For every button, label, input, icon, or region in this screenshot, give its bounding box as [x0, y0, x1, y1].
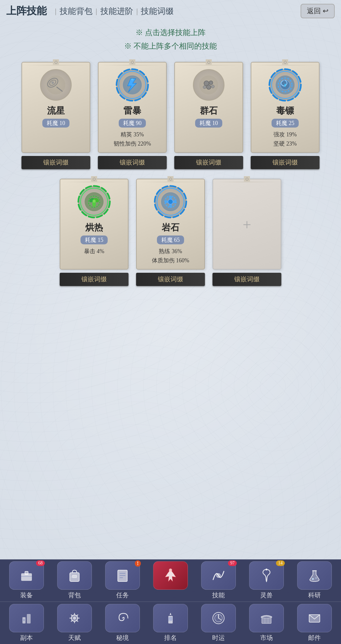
nav-label-backpack: 背包: [68, 591, 81, 599]
nav-icon-beast: 14: [249, 561, 284, 590]
skill-name-meteor: 流星: [47, 105, 65, 117]
nav-title: 上阵技能: [6, 4, 47, 18]
skill-name-rock: 岩石: [162, 222, 179, 234]
nav-icon-equipment: 68: [9, 561, 44, 590]
nav-icon-skill: 97: [201, 561, 236, 590]
nav-item-mail[interactable]: 邮件: [294, 604, 335, 642]
nav-label-secret: 秘境: [116, 634, 129, 642]
nav-item-character[interactable]: [150, 561, 191, 599]
nav-label-fortune: 时运: [212, 634, 225, 642]
skill-icon-dart: [268, 68, 302, 102]
skill-row-1: 流星 耗魔 10 雷暴 耗魔 90: [9, 62, 332, 153]
nav-icon-market: [249, 604, 284, 632]
nav-label-skill: 技能: [212, 591, 225, 599]
skill-stats-dart: 强攻 19% 坚硬 23%: [273, 130, 297, 148]
svg-point-56: [73, 617, 76, 620]
svg-point-11: [206, 85, 211, 89]
nav-label-mail: 邮件: [308, 634, 321, 642]
nav-item-talent[interactable]: 天赋: [54, 604, 95, 642]
nav-icon-talent: [57, 604, 92, 632]
svg-point-15: [272, 71, 299, 98]
skill-name-dart: 毒镖: [276, 105, 294, 117]
nav-exclaim-quest: !: [135, 560, 141, 567]
embed-row-1: 镶嵌词缀 镶嵌词缀 镶嵌词缀 镶嵌词缀: [9, 156, 332, 169]
instruction-2: 不能上阵多个相同的技能: [0, 39, 341, 53]
skill-name-heat: 烘热: [85, 222, 103, 234]
skill-stats-thunder: 精英 35% 韧性加伤 220%: [114, 130, 151, 148]
nav-item-research[interactable]: 科研: [294, 561, 335, 599]
embed-btn-5[interactable]: 镶嵌词缀: [60, 273, 129, 286]
nav-item-dungeon[interactable]: 副本: [6, 604, 47, 642]
nav-icon-character: [153, 561, 188, 590]
embed-btn-1[interactable]: 镶嵌词缀: [21, 156, 90, 169]
tab-skill-affix[interactable]: 技能词缀: [141, 6, 174, 17]
skill-name-stones: 群石: [200, 105, 218, 117]
embed-btn-6[interactable]: 镶嵌词缀: [136, 273, 205, 286]
svg-point-19: [78, 186, 110, 218]
skill-card-thunder[interactable]: 雷暴 耗魔 90 精英 35% 韧性加伤 220%: [98, 62, 167, 153]
svg-point-20: [81, 188, 108, 215]
nav-icon-secret: [105, 604, 140, 632]
skill-cost-thunder: 耗魔 90: [119, 119, 146, 128]
nav-item-rank[interactable]: 排 排名: [150, 604, 191, 642]
skill-cost-dart: 耗魔 25: [272, 119, 299, 128]
skill-icon-rock: [153, 184, 188, 219]
svg-point-47: [217, 574, 220, 577]
nav-icon-fortune: [201, 604, 236, 632]
nav-item-skill[interactable]: 97 技能: [198, 561, 239, 599]
skill-stats-rock: 熟练 36% 体质加伤 160%: [152, 247, 189, 265]
nav-icon-dungeon: [9, 604, 44, 632]
svg-point-6: [119, 71, 146, 98]
nav-item-beast[interactable]: 14 灵兽: [246, 561, 287, 599]
nav-label-rank: 排名: [164, 634, 177, 642]
skill-icon-stones: [191, 68, 226, 102]
nav-label-talent: 天赋: [68, 634, 81, 642]
nav-item-backpack[interactable]: 背包: [54, 561, 95, 599]
svg-point-5: [117, 69, 148, 101]
nav-icon-mail: [297, 604, 332, 632]
nav-item-quest[interactable]: ! 任务: [102, 561, 143, 599]
svg-rect-53: [27, 614, 31, 623]
svg-point-10: [209, 81, 213, 85]
nav-label-character: [167, 591, 174, 599]
svg-point-28: [157, 188, 184, 215]
embed-btn-4[interactable]: 镶嵌词缀: [251, 156, 320, 169]
embed-btn-7[interactable]: 镶嵌词缀: [212, 273, 281, 286]
nav-badge-beast: 14: [276, 560, 285, 566]
svg-point-54: [23, 619, 25, 621]
nav-item-secret[interactable]: 秘境: [102, 604, 143, 642]
embed-row-2: 镶嵌词缀 镶嵌词缀 镶嵌词缀: [9, 273, 332, 286]
top-nav: 上阵技能 | 技能背包 | 技能进阶 | 技能词缀 返回 ↩: [0, 0, 341, 21]
tab-skill-bag[interactable]: 技能背包: [60, 6, 93, 17]
tab-skill-advance[interactable]: 技能进阶: [100, 6, 133, 17]
bottom-nav: 68 装备 背包: [0, 559, 341, 644]
skill-stats-heat: 暴击 4%: [84, 247, 105, 256]
svg-rect-63: [262, 618, 271, 623]
nav-sep-3: |: [136, 7, 138, 15]
embed-btn-2[interactable]: 镶嵌词缀: [98, 156, 167, 169]
nav-label-equipment: 装备: [20, 591, 33, 599]
skill-card-meteor[interactable]: 流星 耗魔 10: [21, 62, 90, 153]
skill-cost-heat: 耗魔 15: [81, 236, 108, 244]
svg-point-51: [315, 577, 317, 579]
nav-icon-research: [297, 561, 332, 590]
skill-card-dart[interactable]: 毒镖 耗魔 25 强攻 19% 坚硬 23%: [251, 62, 320, 153]
nav-item-equipment[interactable]: 68 装备: [6, 561, 47, 599]
skill-card-empty[interactable]: +: [212, 179, 281, 270]
skill-card-rock[interactable]: 岩石 耗魔 65 熟练 36% 体质加伤 160%: [136, 179, 205, 270]
skill-cost-stones: 耗魔 10: [195, 119, 223, 128]
embed-btn-3[interactable]: 镶嵌词缀: [174, 156, 243, 169]
nav-label-quest: 任务: [116, 591, 129, 599]
instructions-section: 点击选择技能上阵 不能上阵多个相同的技能: [0, 21, 341, 56]
skill-card-stones[interactable]: 群石 耗魔 10: [174, 62, 243, 153]
nav-item-fortune[interactable]: 时运: [198, 604, 239, 642]
skill-row-2: 烘热 耗魔 15 暴击 4%: [9, 179, 332, 270]
svg-point-27: [155, 186, 186, 218]
nav-label-market: 市场: [260, 634, 273, 642]
svg-point-50: [312, 578, 314, 580]
svg-rect-37: [25, 571, 28, 575]
nav-badge-equipment: 68: [36, 560, 45, 566]
skill-card-heat[interactable]: 烘热 耗魔 15 暴击 4%: [60, 179, 129, 270]
nav-item-market[interactable]: 市场: [246, 604, 287, 642]
return-button[interactable]: 返回 ↩: [301, 4, 335, 18]
